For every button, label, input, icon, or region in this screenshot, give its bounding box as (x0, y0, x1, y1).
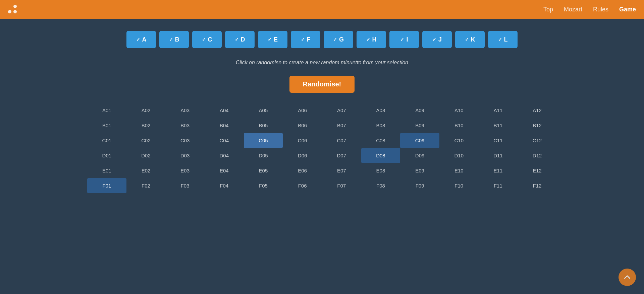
toggle-btn-j[interactable]: ✓J (422, 31, 452, 48)
toggle-btn-a[interactable]: ✓A (126, 31, 156, 48)
check-icon: ✓ (169, 37, 173, 42)
grid-cell-b03[interactable]: B03 (165, 118, 205, 133)
toggle-btn-d[interactable]: ✓D (225, 31, 255, 48)
grid-cell-f03[interactable]: F03 (165, 178, 205, 193)
grid-cell-c06[interactable]: C06 (283, 133, 322, 148)
grid-cell-f08[interactable]: F08 (361, 178, 400, 193)
grid-cell-b06[interactable]: B06 (283, 118, 322, 133)
grid-cell-d08[interactable]: D08 (361, 148, 400, 163)
grid-cell-d05[interactable]: D05 (244, 148, 283, 163)
nav-link-mozart[interactable]: Mozart (564, 6, 582, 13)
grid-cell-c09[interactable]: C09 (400, 133, 439, 148)
grid-cell-f02[interactable]: F02 (126, 178, 166, 193)
nav-links: TopMozartRulesGame (543, 6, 636, 13)
toggle-btn-e[interactable]: ✓E (258, 31, 287, 48)
grid-cell-d04[interactable]: D04 (205, 148, 244, 163)
grid-cell-c08[interactable]: C08 (361, 133, 400, 148)
grid-cell-b07[interactable]: B07 (322, 118, 361, 133)
grid-cell-d12[interactable]: D12 (518, 148, 557, 163)
grid-cell-c12[interactable]: C12 (518, 133, 557, 148)
grid-cell-f07[interactable]: F07 (322, 178, 361, 193)
grid-cell-b08[interactable]: B08 (361, 118, 400, 133)
grid-cell-f11[interactable]: F11 (479, 178, 518, 193)
grid-cell-d03[interactable]: D03 (165, 148, 205, 163)
grid-cell-f10[interactable]: F10 (439, 178, 479, 193)
grid-cell-d07[interactable]: D07 (322, 148, 361, 163)
grid-cell-e12[interactable]: E12 (518, 163, 557, 178)
grid-cell-f04[interactable]: F04 (205, 178, 244, 193)
grid-row-d: D01D02D03D04D05D06D07D08D09D10D11D12 (87, 148, 557, 163)
grid-cell-a04[interactable]: A04 (205, 103, 244, 118)
randomise-button[interactable]: Randomise! (289, 76, 355, 93)
grid-cell-b10[interactable]: B10 (439, 118, 479, 133)
grid-cell-b02[interactable]: B02 (126, 118, 166, 133)
grid-cell-a09[interactable]: A09 (400, 103, 439, 118)
grid-cell-b09[interactable]: B09 (400, 118, 439, 133)
grid-cell-a11[interactable]: A11 (479, 103, 518, 118)
grid-cell-a10[interactable]: A10 (439, 103, 479, 118)
grid-cell-c10[interactable]: C10 (439, 133, 479, 148)
grid-cell-a02[interactable]: A02 (126, 103, 166, 118)
grid-cell-c01[interactable]: C01 (87, 133, 126, 148)
grid-cell-d10[interactable]: D10 (439, 148, 479, 163)
grid-cell-e04[interactable]: E04 (205, 163, 244, 178)
scroll-to-top-button[interactable] (619, 269, 636, 286)
main-content: ✓A✓B✓C✓D✓E✓F✓G✓H✓I✓J✓K✓L Click on random… (0, 19, 644, 200)
nav-link-rules[interactable]: Rules (593, 6, 608, 13)
toggle-label: J (438, 36, 442, 43)
grid-cell-d02[interactable]: D02 (126, 148, 166, 163)
grid-row-f: F01F02F03F04F05F06F07F08F09F10F11F12 (87, 178, 557, 193)
grid-cell-a05[interactable]: A05 (244, 103, 283, 118)
grid-cell-d06[interactable]: D06 (283, 148, 322, 163)
grid-cell-e05[interactable]: E05 (244, 163, 283, 178)
grid-cell-b11[interactable]: B11 (479, 118, 518, 133)
grid-cell-c05[interactable]: C05 (244, 133, 283, 148)
toggle-btn-l[interactable]: ✓L (488, 31, 518, 48)
grid-cell-a03[interactable]: A03 (165, 103, 205, 118)
grid-cell-a01[interactable]: A01 (87, 103, 126, 118)
grid-cell-c03[interactable]: C03 (165, 133, 205, 148)
grid-cell-d09[interactable]: D09 (400, 148, 439, 163)
grid-cell-c04[interactable]: C04 (205, 133, 244, 148)
grid-cell-e01[interactable]: E01 (87, 163, 126, 178)
toggle-btn-k[interactable]: ✓K (455, 31, 485, 48)
nav-link-top[interactable]: Top (543, 6, 553, 13)
toggle-btn-f[interactable]: ✓F (291, 31, 320, 48)
grid-cell-d01[interactable]: D01 (87, 148, 126, 163)
grid-cell-c02[interactable]: C02 (126, 133, 166, 148)
grid-cell-e11[interactable]: E11 (479, 163, 518, 178)
grid-cell-b04[interactable]: B04 (205, 118, 244, 133)
grid-cell-f01[interactable]: F01 (87, 178, 126, 193)
instruction-text: Click on randomise to create a new rando… (236, 60, 408, 66)
grid-cell-c11[interactable]: C11 (479, 133, 518, 148)
grid-cell-e07[interactable]: E07 (322, 163, 361, 178)
toggle-label: K (471, 36, 475, 43)
grid-cell-f06[interactable]: F06 (283, 178, 322, 193)
grid-cell-e02[interactable]: E02 (126, 163, 166, 178)
grid-cell-e09[interactable]: E09 (400, 163, 439, 178)
grid-cell-a06[interactable]: A06 (283, 103, 322, 118)
toggle-btn-c[interactable]: ✓C (192, 31, 222, 48)
grid-cell-a08[interactable]: A08 (361, 103, 400, 118)
grid-cell-a12[interactable]: A12 (518, 103, 557, 118)
toggle-btn-g[interactable]: ✓G (324, 31, 353, 48)
nav-link-game[interactable]: Game (619, 6, 636, 13)
grid-cell-f12[interactable]: F12 (518, 178, 557, 193)
toggle-btn-b[interactable]: ✓B (159, 31, 189, 48)
grid-cell-d11[interactable]: D11 (479, 148, 518, 163)
grid-cell-f09[interactable]: F09 (400, 178, 439, 193)
grid-cell-e08[interactable]: E08 (361, 163, 400, 178)
grid-cell-e10[interactable]: E10 (439, 163, 479, 178)
grid-cell-b05[interactable]: B05 (244, 118, 283, 133)
grid-cell-b12[interactable]: B12 (518, 118, 557, 133)
grid-cell-f05[interactable]: F05 (244, 178, 283, 193)
grid-cell-a07[interactable]: A07 (322, 103, 361, 118)
toggle-btn-h[interactable]: ✓H (357, 31, 386, 48)
grid-cell-c07[interactable]: C07 (322, 133, 361, 148)
toggle-btn-i[interactable]: ✓I (389, 31, 419, 48)
grid-row-a: A01A02A03A04A05A06A07A08A09A10A11A12 (87, 103, 557, 118)
grid-cell-e06[interactable]: E06 (283, 163, 322, 178)
grid-cell-b01[interactable]: B01 (87, 118, 126, 133)
grid-cell-e03[interactable]: E03 (165, 163, 205, 178)
grid-table: A01A02A03A04A05A06A07A08A09A10A11A12B01B… (87, 103, 557, 193)
